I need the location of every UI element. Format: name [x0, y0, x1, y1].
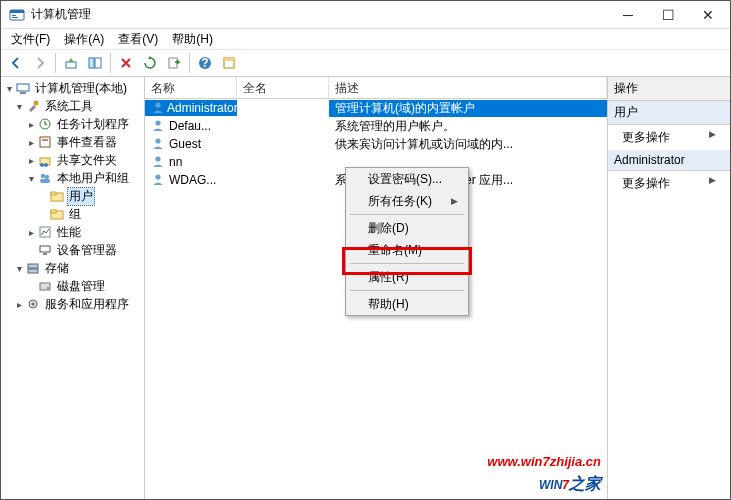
user-name: nn	[169, 155, 182, 169]
expand-icon[interactable]: ▸	[25, 119, 37, 130]
svg-point-40	[155, 156, 160, 161]
users-icon	[37, 170, 53, 186]
svg-rect-16	[40, 137, 50, 147]
actions-group-admin: Administrator	[608, 150, 730, 171]
tools-icon	[25, 98, 41, 114]
expand-icon[interactable]: ▸	[25, 137, 37, 148]
back-button[interactable]	[5, 52, 27, 74]
expand-icon[interactable]: ▾	[13, 101, 25, 112]
tree-task-scheduler[interactable]: ▸任务计划程序	[1, 115, 144, 133]
actions-title: 操作	[608, 77, 730, 101]
up-button[interactable]	[60, 52, 82, 74]
user-description: 供来宾访问计算机或访问域的内...	[329, 136, 607, 153]
tree-disk-management[interactable]: 磁盘管理	[1, 277, 144, 295]
menu-file[interactable]: 文件(F)	[5, 29, 56, 50]
svg-point-38	[155, 120, 160, 125]
disk-icon	[37, 278, 53, 294]
tree-storage[interactable]: ▾存储	[1, 259, 144, 277]
forward-button[interactable]	[29, 52, 51, 74]
user-row[interactable]: Defau...系统管理的用户帐户。	[145, 117, 607, 135]
svg-point-14	[34, 101, 39, 106]
tree-services-apps[interactable]: ▸服务和应用程序	[1, 295, 144, 313]
svg-rect-31	[28, 264, 38, 268]
svg-point-21	[41, 174, 45, 178]
svg-rect-23	[40, 179, 50, 183]
svg-rect-1	[10, 10, 24, 13]
tree-performance[interactable]: ▸性能	[1, 223, 144, 241]
ctx-rename[interactable]: 重命名(M)	[346, 239, 468, 261]
tree-event-viewer[interactable]: ▸事件查看器	[1, 133, 144, 151]
storage-icon	[25, 260, 41, 276]
actions-group-users: 用户	[608, 101, 730, 125]
actions-pane: 操作 用户 更多操作 ▶ Administrator 更多操作 ▶	[608, 77, 730, 499]
expand-icon[interactable]: ▸	[13, 299, 25, 310]
expand-icon[interactable]: ▾	[13, 263, 25, 274]
expand-icon[interactable]: ▾	[25, 173, 37, 184]
tree-users[interactable]: 用户	[1, 187, 144, 205]
svg-rect-11	[224, 58, 234, 61]
user-name: Administrator	[167, 101, 237, 115]
tree-system-tools[interactable]: ▾系统工具	[1, 97, 144, 115]
svg-point-34	[47, 287, 49, 289]
tree-device-manager[interactable]: 设备管理器	[1, 241, 144, 259]
tree-groups[interactable]: 组	[1, 205, 144, 223]
column-description[interactable]: 描述	[329, 77, 607, 98]
help-button[interactable]: ?	[194, 52, 216, 74]
svg-point-41	[155, 174, 160, 179]
user-name: Guest	[169, 137, 201, 151]
column-name[interactable]: 名称	[145, 77, 237, 98]
user-row[interactable]: Guest供来宾访问计算机或访问域的内...	[145, 135, 607, 153]
svg-rect-27	[51, 210, 56, 213]
user-row[interactable]: Administrator管理计算机(域)的内置帐户	[145, 99, 607, 117]
user-icon	[151, 136, 167, 152]
event-icon	[37, 134, 53, 150]
tree-shared-folders[interactable]: ▸共享文件夹	[1, 151, 144, 169]
clock-icon	[37, 116, 53, 132]
app-icon	[9, 7, 25, 23]
expand-icon[interactable]: ▸	[25, 155, 37, 166]
expand-icon[interactable]: ▸	[25, 227, 37, 238]
watermark: www.win7zhijia.cn WIN7之家	[487, 454, 601, 495]
ctx-separator	[350, 214, 464, 215]
minimize-button[interactable]: ─	[608, 3, 648, 27]
svg-rect-13	[20, 92, 26, 94]
tree-pane[interactable]: ▾ 计算机管理(本地) ▾系统工具 ▸任务计划程序 ▸事件查看器 ▸共享文件夹 …	[1, 77, 145, 499]
ctx-delete[interactable]: 删除(D)	[346, 217, 468, 239]
ctx-set-password[interactable]: 设置密码(S)...	[346, 168, 468, 190]
list-pane: 名称 全名 描述 Administrator管理计算机(域)的内置帐户Defau…	[145, 77, 608, 499]
refresh-button[interactable]	[139, 52, 161, 74]
menu-view[interactable]: 查看(V)	[112, 29, 164, 50]
ctx-help[interactable]: 帮助(H)	[346, 293, 468, 315]
context-menu: 设置密码(S)... 所有任务(K)▶ 删除(D) 重命名(M) 属性(R) 帮…	[345, 167, 469, 316]
svg-text:?: ?	[201, 56, 208, 70]
export-button[interactable]	[163, 52, 185, 74]
maximize-button[interactable]: ☐	[648, 3, 688, 27]
user-icon	[151, 118, 167, 134]
svg-rect-33	[40, 283, 50, 290]
actions-more-2[interactable]: 更多操作 ▶	[608, 171, 730, 196]
svg-rect-30	[43, 253, 47, 255]
ctx-separator	[350, 263, 464, 264]
menu-bar: 文件(F) 操作(A) 查看(V) 帮助(H)	[1, 29, 730, 49]
svg-rect-4	[66, 62, 76, 68]
user-name: WDAG...	[169, 173, 216, 187]
properties-button[interactable]	[218, 52, 240, 74]
show-hide-tree-button[interactable]	[84, 52, 106, 74]
menu-help[interactable]: 帮助(H)	[166, 29, 219, 50]
user-icon	[151, 100, 165, 116]
window-title: 计算机管理	[31, 6, 608, 23]
actions-more-1[interactable]: 更多操作 ▶	[608, 125, 730, 150]
expand-icon[interactable]: ▾	[3, 83, 15, 94]
perf-icon	[37, 224, 53, 240]
svg-point-37	[155, 102, 160, 107]
ctx-properties[interactable]: 属性(R)	[346, 266, 468, 288]
user-icon	[151, 154, 167, 170]
folder-icon	[49, 206, 65, 222]
ctx-all-tasks[interactable]: 所有任务(K)▶	[346, 190, 468, 212]
menu-action[interactable]: 操作(A)	[58, 29, 110, 50]
tree-local-users-groups[interactable]: ▾本地用户和组	[1, 169, 144, 187]
close-button[interactable]: ✕	[688, 3, 728, 27]
tree-root[interactable]: ▾ 计算机管理(本地)	[1, 79, 144, 97]
delete-button[interactable]	[115, 52, 137, 74]
column-fullname[interactable]: 全名	[237, 77, 329, 98]
